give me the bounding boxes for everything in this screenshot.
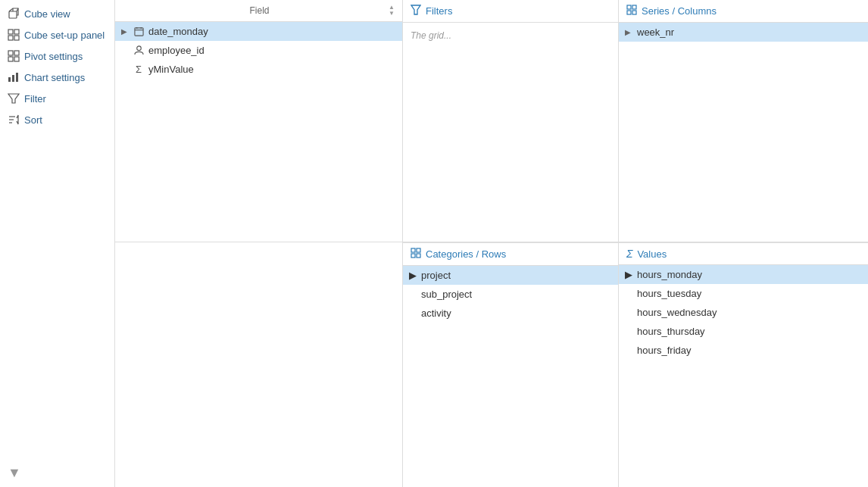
sidebar-item-sort[interactable]: Sort (0, 109, 114, 130)
filters-header-label: Filters (426, 5, 452, 17)
series-panel: Series / Columns ▶ week_nr (619, 0, 868, 242)
values-panel: Σ Values ▶ hours_monday ▶ hours_tuesday … (619, 242, 868, 487)
svg-marker-16 (8, 94, 19, 103)
sidebar-scroll-indicator[interactable]: ▼ (0, 462, 114, 484)
svg-rect-32 (411, 254, 415, 258)
sort-arrow-down[interactable]: ▼ (389, 11, 395, 17)
val-label-hours-tuesday: hours_tuesday (637, 288, 701, 299)
top-row: Field ▲ ▼ ▶ date_monday (115, 0, 868, 242)
cat-label-activity: activity (421, 307, 451, 319)
svg-rect-31 (417, 248, 420, 252)
cat-label-project: project (421, 270, 451, 281)
field-panel-header: Field ▲ ▼ (115, 0, 402, 22)
sidebar-label-chart: Chart settings (24, 72, 85, 83)
expand-arrow-date-monday[interactable]: ▶ (121, 27, 129, 36)
bottom-row: Categories / Rows ▶ project ▶ sub_projec… (115, 242, 868, 487)
svg-rect-14 (12, 75, 14, 82)
svg-rect-27 (632, 5, 636, 9)
filters-header: Filters (403, 0, 618, 23)
field-spacer (115, 242, 403, 487)
sidebar-item-pivot[interactable]: Pivot settings (0, 45, 114, 67)
val-item-hours-friday[interactable]: ▶ hours_friday (619, 341, 868, 360)
field-item-yminvalue[interactable]: ▶ Σ yMinValue (115, 60, 402, 79)
person-icon (133, 45, 144, 56)
series-header-icon (626, 5, 637, 17)
expand-arrow-hours-monday[interactable]: ▶ (625, 269, 632, 280)
field-sort-arrows[interactable]: ▲ ▼ (389, 5, 395, 17)
svg-rect-8 (14, 51, 19, 55)
sidebar-label-filter: Filter (24, 93, 46, 105)
svg-rect-4 (14, 30, 19, 34)
series-header: Series / Columns (619, 0, 868, 23)
svg-rect-33 (417, 254, 420, 258)
filters-placeholder: The grid... (403, 23, 618, 48)
svg-rect-29 (632, 11, 636, 14)
main-content: Field ▲ ▼ ▶ date_monday (115, 0, 868, 487)
val-label-hours-friday: hours_friday (637, 345, 692, 356)
categories-header-icon (411, 248, 421, 261)
field-panel: Field ▲ ▼ ▶ date_monday (115, 0, 403, 242)
val-label-hours-thursday: hours_thursday (637, 326, 705, 337)
field-item-date-monday[interactable]: ▶ date_monday (115, 22, 402, 41)
cube-icon (8, 8, 20, 20)
sidebar-label-cube-setup: Cube set-up panel (24, 30, 105, 41)
svg-rect-10 (14, 57, 19, 61)
val-item-hours-tuesday[interactable]: ▶ hours_tuesday (619, 284, 868, 303)
field-item-employee-id[interactable]: ▶ employee_id (115, 41, 402, 60)
sidebar-label-pivot: Pivot settings (24, 51, 83, 62)
svg-rect-7 (8, 51, 13, 55)
svg-rect-6 (14, 36, 19, 40)
pivot-icon (8, 50, 20, 62)
cat-item-project[interactable]: ▶ project (403, 266, 618, 285)
filter-icon (8, 92, 20, 105)
chart-icon (8, 71, 20, 83)
series-label-week-nr: week_nr (637, 27, 674, 38)
calendar-icon (133, 27, 144, 37)
categories-panel: Categories / Rows ▶ project ▶ sub_projec… (403, 242, 619, 487)
expand-arrow-project[interactable]: ▶ (409, 270, 417, 281)
values-header-icon: Σ (626, 248, 632, 260)
sidebar-item-chart[interactable]: Chart settings (0, 67, 114, 88)
sidebar: Cube view Cube set-up panel Pivot settin… (0, 0, 115, 487)
svg-marker-25 (411, 5, 420, 14)
sidebar-label-cube-view: Cube view (24, 8, 70, 20)
filters-panel: Filters The grid... (403, 0, 619, 242)
sidebar-item-filter[interactable]: Filter (0, 88, 114, 109)
svg-rect-26 (627, 5, 631, 9)
svg-rect-28 (627, 11, 631, 14)
cat-item-sub-project[interactable]: ▶ sub_project (403, 285, 618, 304)
field-header-label: Field (130, 5, 389, 16)
categories-header: Categories / Rows (403, 243, 618, 266)
cat-item-activity[interactable]: ▶ activity (403, 304, 618, 323)
svg-rect-20 (134, 28, 142, 36)
svg-rect-0 (9, 11, 17, 18)
svg-rect-13 (8, 77, 11, 82)
val-item-hours-monday[interactable]: ▶ hours_monday (619, 265, 868, 284)
svg-rect-3 (8, 30, 13, 34)
sigma-icon: Σ (133, 64, 144, 75)
grid-setup-icon (8, 29, 20, 41)
svg-point-24 (136, 46, 141, 51)
values-header: Σ Values (619, 243, 868, 265)
svg-rect-5 (8, 36, 13, 40)
sidebar-item-cube-view[interactable]: Cube view (0, 3, 114, 24)
val-item-hours-thursday[interactable]: ▶ hours_thursday (619, 322, 868, 341)
sort-icon (8, 114, 20, 126)
values-header-label: Values (637, 248, 667, 260)
val-item-hours-wednesday[interactable]: ▶ hours_wednesday (619, 303, 868, 322)
field-label-date-monday: date_monday (148, 26, 208, 37)
series-item-week-nr[interactable]: ▶ week_nr (619, 23, 868, 42)
sidebar-item-cube-setup[interactable]: Cube set-up panel (0, 24, 114, 45)
series-header-label: Series / Columns (642, 5, 717, 17)
categories-header-label: Categories / Rows (426, 248, 506, 260)
cat-label-sub-project: sub_project (421, 289, 472, 300)
svg-rect-15 (16, 73, 18, 82)
val-label-hours-monday: hours_monday (637, 269, 702, 280)
filter-header-icon (411, 5, 421, 17)
sidebar-label-sort: Sort (24, 114, 42, 126)
svg-rect-9 (8, 57, 13, 61)
val-label-hours-wednesday: hours_wednesday (637, 307, 717, 318)
svg-rect-30 (411, 248, 415, 252)
expand-arrow-week-nr[interactable]: ▶ (625, 28, 632, 36)
field-label-yminvalue: yMinValue (148, 64, 194, 75)
